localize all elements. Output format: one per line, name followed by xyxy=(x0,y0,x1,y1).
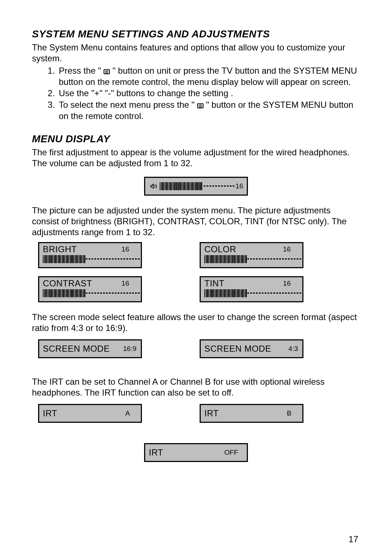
volume-slider xyxy=(160,181,236,191)
tint-osd: TINT 16 xyxy=(200,276,303,302)
irt-off-osd: IRT OFF xyxy=(144,443,248,462)
instruction-step-3: To select the next menu press the " " bu… xyxy=(57,99,360,122)
screen-mode-intro: The screen mode select feature allows th… xyxy=(32,312,360,334)
bright-label: BRIGHT xyxy=(43,244,77,254)
instruction-step-1: Press the " " button on unit or press th… xyxy=(57,65,360,87)
volume-osd: 16 xyxy=(144,177,248,196)
tint-label: TINT xyxy=(204,278,224,289)
contrast-osd: CONTRAST 16 xyxy=(38,276,142,302)
screen-mode-label: SCREEN MODE xyxy=(43,344,110,354)
irt-b-value: B xyxy=(287,409,291,417)
irt-b-osd: IRT B xyxy=(200,404,303,423)
irt-a-value: A xyxy=(125,409,130,417)
heading-menu-display: MENU DISPLAY xyxy=(32,133,360,145)
page-number: 17 xyxy=(348,534,358,544)
contrast-slider xyxy=(43,289,137,298)
color-label: COLOR xyxy=(204,244,236,254)
irt-label: IRT xyxy=(43,408,57,418)
screen-mode-43-value: 4:3 xyxy=(289,345,298,353)
volume-value: 16 xyxy=(236,182,243,190)
menu-icon xyxy=(103,69,110,74)
irt-label: IRT xyxy=(204,408,219,418)
picture-intro: The picture can be adjusted under the sy… xyxy=(32,205,360,238)
instruction-step-2: Use the "+" "-" buttons to change the se… xyxy=(57,88,360,99)
instruction-list: Press the " " button on unit or press th… xyxy=(32,65,360,122)
step3-text-a: To select the next menu press the " xyxy=(59,100,197,110)
screen-mode-169-value: 16:9 xyxy=(123,345,136,353)
contrast-value: 16 xyxy=(122,279,129,287)
screen-mode-43-osd: SCREEN MODE 4:3 xyxy=(200,339,303,358)
tint-value: 16 xyxy=(283,279,291,287)
screen-mode-label: SCREEN MODE xyxy=(204,344,271,354)
bright-value: 16 xyxy=(122,245,129,253)
step1-text-a: Press the " xyxy=(59,66,103,75)
irt-intro: The IRT can be set to Channel A or Chann… xyxy=(32,376,360,398)
color-osd: COLOR 16 xyxy=(200,242,303,268)
bright-slider xyxy=(43,254,137,264)
color-value: 16 xyxy=(283,245,291,253)
irt-off-value: OFF xyxy=(224,449,238,457)
contrast-label: CONTRAST xyxy=(43,278,92,289)
menu-display-intro: The first adjustment to appear is the vo… xyxy=(32,147,360,169)
screen-mode-169-osd: SCREEN MODE 16:9 xyxy=(38,339,142,358)
irt-label: IRT xyxy=(149,447,163,458)
irt-a-osd: IRT A xyxy=(38,404,142,423)
heading-system-menu: SYSTEM MENU SETTINGS AND ADJUSTMENTS xyxy=(32,28,360,40)
intro-text: The System Menu contains features and op… xyxy=(32,42,360,64)
manual-page: SYSTEM MENU SETTINGS AND ADJUSTMENTS The… xyxy=(0,0,392,556)
color-slider xyxy=(204,254,299,264)
speaker-icon xyxy=(150,181,158,191)
menu-icon xyxy=(197,103,204,109)
tint-slider xyxy=(204,289,299,298)
bright-osd: BRIGHT 16 xyxy=(38,242,142,268)
